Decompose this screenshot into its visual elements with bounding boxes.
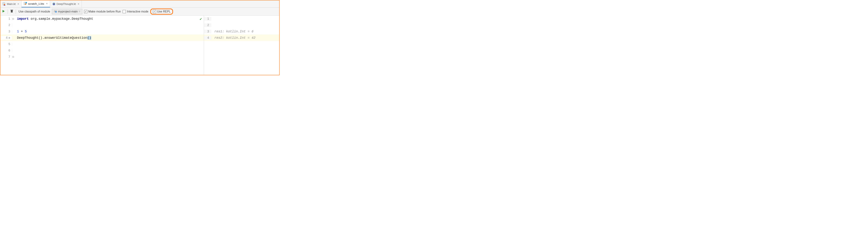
- tab-main-kt[interactable]: Main.kt ✕: [0, 0, 22, 7]
- use-repl-highlight: ✓ Use REPL: [150, 8, 173, 14]
- result-text: res1: kotlin.Int = 6: [211, 30, 253, 33]
- line-gutter: 4: [204, 36, 211, 40]
- line-gutter[interactable]: 7: [0, 55, 12, 59]
- code-line[interactable]: 4 »DeepThought().answerUltimateQuestion(…: [0, 35, 204, 41]
- svg-marker-4: [25, 4, 27, 4]
- result-line: 3res1: kotlin.Int = 6: [204, 28, 279, 35]
- line-gutter[interactable]: 2: [0, 23, 12, 27]
- classpath-label: Use classpath of module: [19, 10, 50, 13]
- module-selector[interactable]: myproject-main ▽: [52, 9, 82, 14]
- line-gutter: 3: [204, 30, 211, 33]
- result-line: 4res2: kotlin.Int = 42: [204, 35, 279, 41]
- close-icon[interactable]: ✕: [18, 3, 19, 5]
- checkbox-box: [123, 10, 126, 13]
- fold-marker-icon[interactable]: ⊖: [12, 55, 14, 59]
- line-gutter[interactable]: 6: [0, 49, 12, 52]
- editor-tabs: Main.kt ✕ scratch_1.kts ✕ DeepThought.kt…: [0, 0, 279, 8]
- code-line[interactable]: 7⊖: [0, 54, 204, 60]
- tab-label: DeepThought.kt: [57, 2, 76, 5]
- result-line: 2: [204, 22, 279, 28]
- kotlin-scratch-icon: [24, 2, 27, 5]
- svg-marker-1: [4, 4, 6, 5]
- code-pane[interactable]: ✔ 1⊖import org.sample.mypackage.DeepThou…: [0, 16, 204, 75]
- scratch-toolbar: Use classpath of module myproject-main ▽…: [0, 8, 279, 16]
- code-line[interactable]: 1⊖import org.sample.mypackage.DeepThough…: [0, 16, 204, 22]
- code-line[interactable]: 6: [0, 47, 204, 54]
- run-button[interactable]: [2, 10, 5, 13]
- fold-marker-icon[interactable]: ⊖: [12, 17, 14, 21]
- inspection-ok-icon: ✔: [200, 17, 202, 21]
- chevron-down-icon: ▽: [79, 10, 80, 12]
- result-pane: 123res1: kotlin.Int = 64res2: kotlin.Int…: [204, 16, 279, 75]
- tab-label: Main.kt: [7, 2, 16, 5]
- kotlin-file-icon: [3, 2, 6, 6]
- tab-label: scratch_1.kts: [28, 2, 44, 5]
- use-repl-checkbox[interactable]: ✓ Use REPL: [153, 10, 171, 13]
- make-module-checkbox[interactable]: ✓ Make module before Run: [84, 10, 121, 13]
- svg-marker-9: [3, 10, 5, 12]
- svg-rect-11: [10, 10, 13, 10]
- checkbox-label: Use REPL: [157, 10, 171, 13]
- checkbox-label: Make module before Run: [88, 10, 121, 13]
- tab-scratch-1[interactable]: scratch_1.kts ✕: [22, 0, 50, 7]
- clear-button[interactable]: [10, 9, 13, 13]
- result-line: 1: [204, 16, 279, 22]
- code-text[interactable]: DeepThought().answerUltimateQuestion(): [14, 36, 91, 40]
- checkbox-box: ✓: [153, 10, 156, 13]
- folder-icon: [54, 10, 57, 13]
- svg-point-5: [26, 2, 27, 3]
- kotlin-class-icon: [52, 2, 56, 6]
- code-line[interactable]: 31 + 5: [0, 28, 204, 35]
- checkbox-box: ✓: [84, 10, 87, 13]
- line-gutter[interactable]: 3: [0, 30, 12, 33]
- close-icon[interactable]: ✕: [78, 3, 80, 5]
- code-text[interactable]: import org.sample.mypackage.DeepThought: [14, 17, 93, 21]
- line-gutter[interactable]: 1: [0, 17, 12, 21]
- svg-marker-2: [4, 5, 6, 6]
- code-line[interactable]: 2: [0, 22, 204, 28]
- tab-deepthought-kt[interactable]: DeepThought.kt ✕: [50, 0, 82, 7]
- line-gutter[interactable]: 4 »: [0, 36, 12, 40]
- line-gutter[interactable]: 5: [0, 42, 12, 46]
- module-name: myproject-main: [58, 10, 78, 13]
- interactive-mode-checkbox[interactable]: Interactive mode: [123, 10, 148, 13]
- svg-rect-13: [55, 11, 57, 12]
- svg-rect-10: [11, 10, 13, 12]
- close-icon[interactable]: ✕: [46, 2, 48, 5]
- code-text[interactable]: 1 + 5: [14, 30, 27, 33]
- result-text: res2: kotlin.Int = 42: [211, 36, 255, 40]
- line-gutter: 1: [204, 17, 211, 21]
- code-line[interactable]: 5: [0, 41, 204, 47]
- editor-area: ✔ 1⊖import org.sample.mypackage.DeepThou…: [0, 16, 279, 75]
- checkbox-label: Interactive mode: [127, 10, 148, 13]
- line-gutter: 2: [204, 23, 211, 27]
